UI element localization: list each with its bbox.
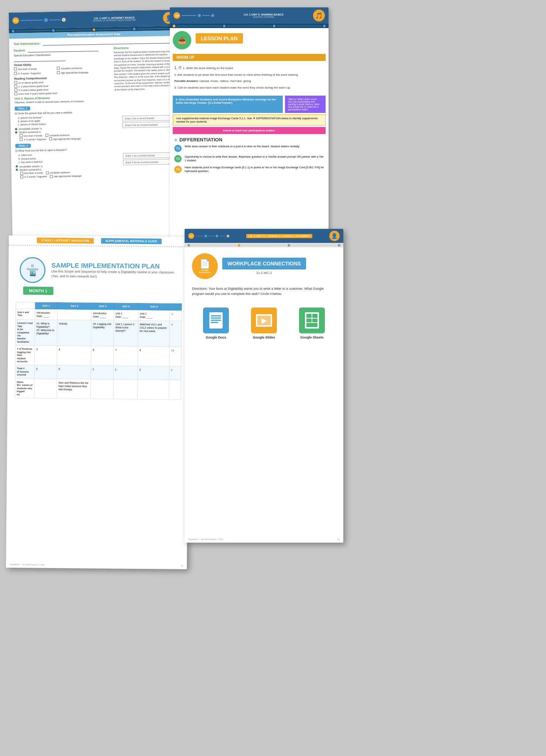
wp-level-badge: LVL 3 UNIT 21: LESSON 2 A GOOGLE DOCUMEN… bbox=[246, 234, 312, 238]
table-header-day4: DAY 4 bbox=[114, 303, 138, 310]
feedback-area: 4. Give immediate feedback and record Wo… bbox=[173, 96, 326, 113]
award-box: Award at least four participation dollar… bbox=[173, 127, 326, 134]
lesson-unit-badge: U5 bbox=[174, 12, 180, 19]
table-header-day2: DAY 2 bbox=[58, 303, 92, 310]
cell-students-total: 10 bbox=[169, 347, 181, 366]
table-header-empty bbox=[16, 302, 35, 309]
cell-students-day5: 4 bbox=[138, 347, 169, 367]
cell-notes-day4 bbox=[113, 379, 138, 399]
cell-lesson-day5: Watched U1L1 and U1L2 videos to prepare … bbox=[138, 321, 170, 347]
table-row: Lesson # and Titleto be completed viatea… bbox=[16, 320, 182, 347]
cell-lesson-day4: Unit 1, Lesson 1: What is the Internet? bbox=[114, 320, 138, 347]
step2: 2. Ask students to jot down the first wo… bbox=[174, 73, 324, 77]
diff-t1: T1 Write down answer in their notebook o… bbox=[174, 145, 324, 152]
impl-subtitle: Use this Scope and Sequence to help crea… bbox=[51, 269, 178, 279]
impl-footer-copyright: Digitability™ - Be Work Ready! © 2018 bbox=[10, 563, 45, 566]
wp-progress-bar bbox=[185, 243, 343, 247]
app-google-docs: Google Docs bbox=[203, 307, 229, 339]
trial2-section: TRIAL 2 Q What must you do first to open… bbox=[15, 141, 177, 179]
cell-notes-day1 bbox=[34, 379, 57, 399]
diff-badge-t1: T1 bbox=[174, 145, 182, 152]
table-row: Unit # and Title IntroductionDate: ____ … bbox=[16, 309, 181, 321]
cell-lesson-total: 6 bbox=[169, 321, 181, 347]
workplace-page: L2 LVL 3 UNIT 21: LESSON 2 A GOOGLE DOCU… bbox=[185, 229, 343, 543]
google-docs-label: Google Docs bbox=[206, 336, 226, 339]
cell-notes-total bbox=[169, 380, 181, 399]
workplace-title-section: 📄 GoogleDocuments WORKPLACE CONNECTIONS … bbox=[185, 247, 343, 283]
verbal-opt-3: 4–5 words / fragment bbox=[14, 71, 56, 75]
trial1-complete: complete sentence bbox=[45, 134, 70, 137]
header-lesson-info: LVL 1 UNIT 1: INTERNET BASICS LESSON 13:… bbox=[93, 16, 135, 22]
cell-unit-day3: IntroductionDate: ____ bbox=[92, 309, 114, 320]
directions-text: Administer the Pre-Implementation Assess… bbox=[114, 50, 175, 91]
lesson-avatar: 🎵 bbox=[313, 10, 325, 21]
impl-logo-section: D Digitability 🏙️ SAMPLE IMPLEMENTATION … bbox=[8, 250, 190, 288]
table-header-day3: DAY 3 bbox=[92, 303, 114, 310]
table-header-total: TOTAL bbox=[170, 303, 182, 310]
marcus-quote: "Marcus writes down music. Nice job part… bbox=[285, 96, 326, 113]
app-google-sheets: Google Sheets bbox=[299, 307, 325, 339]
lesson-header: U5 LVL 1 UNIT 9: SHARING BASICS LESSON 1… bbox=[170, 7, 329, 24]
table-row: # of Studentslogging into theirstudent a… bbox=[15, 346, 181, 367]
trial2-enter1[interactable]: Enter 1 for a correct answer bbox=[123, 152, 176, 159]
cell-unit-day2 bbox=[57, 309, 91, 320]
impl-title-block: SAMPLE IMPLEMENTATION PLAN Use this Scop… bbox=[51, 262, 178, 279]
impl-footer-page: #5 bbox=[181, 565, 183, 567]
lesson-progress-bar bbox=[170, 24, 329, 28]
lesson-body: 1. ⏱ 1. Write the word sharing on the bo… bbox=[170, 63, 329, 94]
cell-unit-day5: Unit 1Date: ____ bbox=[138, 310, 170, 321]
google-slides-label: Google Slides bbox=[253, 336, 275, 339]
verbal-opt-4: age-appropriate language bbox=[57, 71, 99, 74]
google-sheets-label: Google Sheets bbox=[300, 336, 323, 339]
workplace-directions: Directions: Your boss at Digitability wa… bbox=[185, 283, 343, 300]
row-label-notes: Notes(Ex: names ofstudents who loggedin) bbox=[15, 378, 34, 398]
cell-unit-day1: IntroductionDate: ____ bbox=[35, 309, 57, 320]
diff-badge-t3: T3 bbox=[174, 166, 182, 173]
google-slides-icon: ▶ bbox=[251, 307, 277, 333]
stage-banner-2: SUPPLEMENTAL MATERIALS GUIDE bbox=[101, 238, 162, 244]
trial2-enter0[interactable]: Enter 0 for an incorrect answer bbox=[123, 159, 176, 166]
workplace-header: L2 LVL 3 UNIT 21: LESSON 2 A GOOGLE DOCU… bbox=[185, 229, 343, 243]
verbal-opt-1: less than 4 words bbox=[14, 67, 56, 71]
cell-covered-day1: 2 bbox=[34, 365, 57, 379]
cell-unit-total: 3 bbox=[170, 310, 182, 321]
progress-node bbox=[44, 18, 48, 22]
diff-t2: T2 Opportunity to choose to write their … bbox=[174, 155, 324, 163]
trial2-badge: TRIAL 2 bbox=[15, 144, 31, 148]
row-label-lesson: Lesson # and Titleto be completed viatea… bbox=[16, 320, 35, 346]
cell-covered-day5: 2 bbox=[138, 366, 169, 380]
table-header-day5: DAY 5 bbox=[138, 303, 170, 310]
test-admin-label: Test Administrator: bbox=[14, 42, 41, 45]
verbal-opt-2: complete sentences bbox=[57, 66, 99, 70]
warm-up-banner: WARM UP bbox=[173, 54, 326, 61]
trial1-badge: TRIAL 1 bbox=[15, 106, 31, 111]
workplace-title-box-area: WORKPLACE CONNECTIONS 21.2.WC.2 bbox=[222, 258, 306, 275]
cell-covered-day3: 1 bbox=[91, 366, 113, 379]
special-ed-label: Special Education Classification: bbox=[14, 53, 99, 62]
table-row: Total #of lessons covered 2 0 1 1 2 6 bbox=[15, 365, 181, 380]
trial1-section: TRIAL 1 Q Circle the picture that will l… bbox=[15, 104, 176, 142]
cell-unit-day4: Unit 1Date: ____ bbox=[114, 310, 138, 321]
diff-badge-t2: T2 bbox=[174, 155, 182, 162]
trial1-fragment: 4–5 words / fragment bbox=[20, 138, 46, 141]
table-row: Notes(Ex: names ofstudents who loggedin)… bbox=[15, 378, 181, 399]
trial1-enter0[interactable]: Enter 0 for an incorrect answer bbox=[122, 121, 176, 128]
progress-node-active bbox=[62, 18, 66, 21]
wp-unit-badge: L2 bbox=[188, 233, 194, 239]
feedback-box: 4. Give immediate feedback and record Wo… bbox=[173, 96, 283, 113]
trial2-less4words: less than 4 words bbox=[20, 171, 43, 175]
cell-students-day3: 6 bbox=[91, 346, 113, 366]
cell-covered-total: 6 bbox=[169, 367, 181, 380]
cell-students-day2: 4 bbox=[57, 346, 91, 366]
app-google-slides: ▶ Google Slides bbox=[251, 307, 277, 339]
trial1-ageapp: age-appropriate language bbox=[49, 137, 81, 140]
trial1-enter1[interactable]: Enter 1 for a correct answer bbox=[122, 115, 176, 121]
wp-footer-page: 21 bbox=[337, 538, 340, 540]
student-label: Student: bbox=[14, 49, 26, 52]
lesson-header-info: LVL 1 UNIT 9: SHARING BASICS LESSON 1 SH… bbox=[244, 13, 283, 18]
row-label-lessons-covered: Total #of lessons covered bbox=[15, 365, 34, 379]
cell-lesson-day3: #2: Logging into Digitability bbox=[91, 320, 114, 347]
workplace-code: 21.2.WC.2 bbox=[222, 271, 306, 275]
wp-avatar: 👤 bbox=[329, 231, 340, 241]
differentiation-title: ⟐ DIFFERENTIATION bbox=[174, 137, 324, 142]
